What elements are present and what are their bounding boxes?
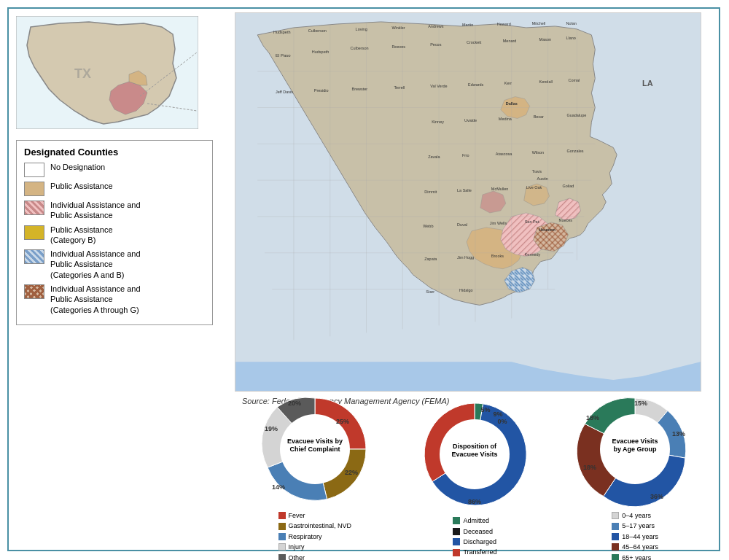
- svg-text:TX: TX: [74, 66, 91, 81]
- svg-text:Hidalgo: Hidalgo: [459, 288, 473, 292]
- svg-text:Chief Complaint: Chief Complaint: [289, 446, 340, 453]
- swatch-age-45-64: [612, 543, 619, 551]
- legend-item-transferred: Transferred: [453, 547, 496, 557]
- outer-border: TX Designated Counties No Designation Pu…: [7, 7, 720, 551]
- svg-text:El Paso: El Paso: [276, 53, 291, 58]
- legend-item-age-5-17: 5–17 years: [612, 521, 658, 531]
- svg-text:Zapata: Zapata: [424, 257, 437, 261]
- svg-text:Duval: Duval: [457, 222, 467, 227]
- svg-text:McMullen: McMullen: [491, 187, 508, 191]
- svg-text:La Salle: La Salle: [457, 188, 472, 192]
- svg-text:13%: 13%: [672, 430, 685, 438]
- svg-text:Brewster: Brewster: [352, 87, 368, 91]
- chart-chief-complaint: Evacuee Visits by Chief Complaint 25% 22…: [242, 391, 388, 560]
- texas-small-map: TX: [16, 16, 198, 133]
- svg-text:Dimmit: Dimmit: [424, 190, 437, 194]
- swatch-pa-cat-b: [24, 225, 44, 240]
- svg-text:25%: 25%: [336, 418, 349, 425]
- svg-text:Mitchell: Mitchell: [532, 21, 546, 26]
- svg-text:22%: 22%: [345, 469, 358, 476]
- svg-text:Menard: Menard: [503, 39, 517, 43]
- chart1-svg-wrap: Evacuee Visits by Chief Complaint 25% 22…: [257, 391, 373, 508]
- svg-text:Live Oak: Live Oak: [526, 185, 542, 190]
- svg-text:Nolan: Nolan: [566, 21, 576, 26]
- legend-label-ia-pa-ag: Individual Assistance andPublic Assistan…: [50, 284, 141, 315]
- svg-text:Starr: Starr: [426, 289, 434, 294]
- chart-disposition: Disposition of Evacuee Visits 5% 9% 0% 8…: [402, 396, 547, 558]
- svg-text:Presidio: Presidio: [314, 88, 329, 93]
- svg-text:36%: 36%: [650, 493, 663, 500]
- svg-text:Hudspeth: Hudspeth: [312, 50, 329, 54]
- svg-text:18%: 18%: [586, 414, 599, 421]
- svg-text:Val Verde: Val Verde: [430, 84, 447, 88]
- svg-text:Travis: Travis: [532, 169, 542, 174]
- swatch-age-0-4: [612, 512, 619, 519]
- svg-text:Pecos: Pecos: [430, 42, 441, 47]
- legend-item-age-18-44: 18–44 years: [612, 532, 658, 542]
- chart2-legend: Admitted Deceased Discharged Transferred: [453, 516, 496, 558]
- swatch-transferred: [453, 549, 460, 556]
- svg-text:Winkler: Winkler: [391, 26, 405, 30]
- charts-row: Evacuee Visits by Chief Complaint 25% 22…: [235, 408, 715, 546]
- legend-label-ia-pa: Individual Assistance andPublic Assistan…: [50, 200, 141, 221]
- svg-text:Loving: Loving: [356, 27, 367, 31]
- svg-text:Gonzales: Gonzales: [566, 149, 583, 153]
- svg-text:San Pat.: San Pat.: [525, 219, 540, 224]
- svg-text:Hudspeth: Hudspeth: [273, 30, 290, 34]
- legend-item-injury: Injury: [278, 542, 352, 552]
- svg-text:Jeff Davis: Jeff Davis: [276, 90, 293, 94]
- legend-item-no-designation: No Designation: [24, 162, 205, 177]
- swatch-gi: [278, 523, 286, 530]
- svg-text:Llano: Llano: [566, 36, 575, 40]
- chart3-svg-wrap: Evacuee Visits by Age Group 15% 13% 36% …: [577, 391, 693, 508]
- chart2-svg-wrap: Disposition of Evacuee Visits 5% 9% 0% 8…: [416, 396, 533, 513]
- svg-text:Atascosa: Atascosa: [496, 152, 512, 156]
- legend-item-fever: Fever: [278, 510, 352, 521]
- legend-item-age-0-4: 0–4 years: [612, 510, 658, 521]
- svg-text:Evacuee Visits: Evacuee Visits: [452, 451, 498, 458]
- svg-text:Disposition of: Disposition of: [453, 443, 497, 450]
- svg-text:Austin: Austin: [537, 176, 548, 181]
- legend-label-pa-cat-b: Public Assistance(Category B): [50, 225, 113, 246]
- svg-text:Evacuee Visits by: Evacuee Visits by: [287, 438, 343, 445]
- legend-item-respiratory: Respiratory: [278, 532, 352, 542]
- chart3-legend: 0–4 years 5–17 years 18–44 years 45–64 y…: [612, 510, 658, 560]
- svg-text:Evacuee Visits: Evacuee Visits: [612, 438, 658, 445]
- svg-text:Bexar: Bexar: [534, 114, 544, 119]
- swatch-injury: [278, 543, 286, 551]
- chart-age-group: Evacuee Visits by Age Group 15% 13% 36% …: [562, 391, 708, 560]
- svg-text:Howard: Howard: [497, 22, 511, 26]
- legend-item-public-assistance: Public Assistance: [24, 181, 205, 196]
- svg-text:18%: 18%: [583, 464, 596, 471]
- svg-text:Houston: Houston: [539, 228, 555, 232]
- swatch-age-5-17: [612, 523, 619, 530]
- svg-text:Dallas: Dallas: [506, 101, 518, 106]
- svg-text:15%: 15%: [634, 400, 647, 407]
- swatch-public-assistance: [24, 182, 44, 196]
- svg-text:Andrews: Andrews: [428, 24, 444, 28]
- legend-label-public-assistance: Public Assistance: [50, 181, 113, 191]
- legend-item-ia-pa-ag: Individual Assistance andPublic Assistan…: [24, 284, 205, 315]
- svg-text:Kerr: Kerr: [504, 81, 512, 85]
- swatch-ia-pa-ag: [24, 284, 44, 299]
- svg-text:Crockett: Crockett: [467, 40, 482, 44]
- swatch-respiratory: [278, 533, 286, 540]
- legend-item-pa-cat-b: Public Assistance(Category B): [24, 225, 205, 246]
- swatch-other: [278, 554, 286, 560]
- svg-text:Medina: Medina: [499, 117, 512, 121]
- svg-text:by Age Group: by Age Group: [614, 446, 658, 453]
- svg-text:Guadalupe: Guadalupe: [566, 113, 586, 117]
- svg-text:Kinney: Kinney: [432, 120, 444, 124]
- legend-item-ia-pa-ab: Individual Assistance andPublic Assistan…: [24, 249, 205, 280]
- svg-text:Reeves: Reeves: [391, 44, 405, 49]
- svg-text:Culberson: Culberson: [308, 28, 327, 33]
- svg-text:Jim Hogg: Jim Hogg: [457, 255, 474, 260]
- left-panel: TX Designated Counties No Designation Pu…: [16, 16, 227, 325]
- svg-text:Frio: Frio: [462, 153, 469, 158]
- svg-text:Comal: Comal: [568, 78, 580, 82]
- svg-text:86%: 86%: [468, 498, 481, 505]
- svg-text:Martin: Martin: [462, 23, 473, 27]
- chart1-legend: Fever Gastrointestinal, NVD Respiratory …: [278, 510, 352, 560]
- swatch-age-18-44: [612, 533, 619, 540]
- swatch-ia-pa-ab: [24, 249, 44, 264]
